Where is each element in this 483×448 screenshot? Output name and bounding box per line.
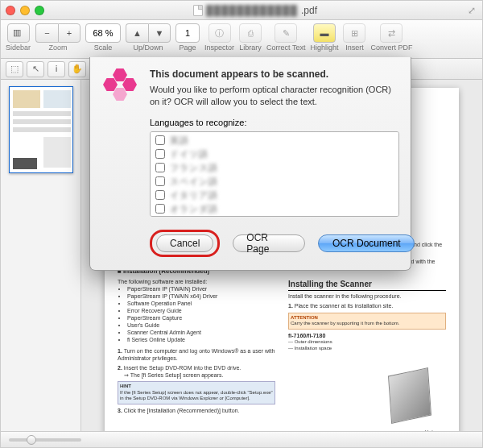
language-option[interactable]: ドイツ語 [152, 147, 397, 161]
hand-tool-button[interactable]: ✋ [68, 61, 86, 77]
language-checkbox[interactable] [155, 163, 165, 172]
window-title: ████████████.pdf [44, 5, 466, 16]
window-controls [6, 6, 44, 15]
language-checkbox[interactable] [155, 149, 165, 159]
cancel-button[interactable]: Cancel [156, 234, 213, 252]
library-label: Library [239, 44, 262, 52]
page-label: Page [180, 44, 196, 52]
convert-pdf-button[interactable]: ⇄ [380, 23, 402, 43]
language-checkbox[interactable] [155, 190, 165, 200]
step2: Insert the Setup DVD-ROM into the DVD dr… [124, 365, 242, 371]
language-checkbox[interactable] [155, 204, 165, 214]
dialog-title: This document appears to be scanned. [150, 68, 399, 80]
zoom-label: Zoom [49, 44, 68, 52]
sidebar-label: Sidebar [6, 44, 31, 52]
thumbnail-sidebar [1, 80, 81, 431]
step1: Turn on the computer and log onto Window… [118, 348, 275, 361]
correct-text-button[interactable]: ✎ [275, 23, 297, 43]
insert-button[interactable]: ⊞ [343, 23, 365, 43]
step3: Click the [Installation (Recommended)] b… [124, 408, 240, 413]
languages-label: Languages to recognize: [150, 118, 399, 127]
install-scanner-heading: Installing the Scanner [288, 279, 446, 291]
language-option[interactable]: フランス語 [152, 161, 397, 175]
zoom-in-button[interactable]: + [58, 23, 80, 43]
zoom-out-button[interactable]: − [35, 23, 58, 43]
slider-knob[interactable] [27, 435, 36, 445]
crop-tool-button[interactable]: ⬚ [6, 61, 23, 77]
correct-text-label: Correct Text [266, 44, 305, 52]
ocr-document-button[interactable]: OCR Document [318, 234, 415, 252]
language-option[interactable]: 英語 [152, 134, 397, 147]
highlight-label: Highlight [310, 44, 338, 52]
dialog-message: Would you like to perform optical charac… [150, 84, 399, 108]
fullscreen-icon[interactable]: ⤢ [466, 5, 477, 16]
titlebar: ████████████.pdf ⤢ [1, 1, 482, 20]
bottom-bar [1, 431, 482, 447]
ocr-page-button[interactable]: OCR Page [233, 234, 305, 252]
thumbnail-size-slider[interactable] [9, 438, 81, 442]
inspector-label: Inspector [204, 44, 234, 52]
sidebar-toggle-button[interactable]: ▥ [7, 23, 30, 43]
language-option[interactable]: スペイン語 [152, 175, 397, 189]
app-icon [101, 68, 140, 107]
close-window-button[interactable] [6, 6, 15, 15]
minimize-window-button[interactable] [20, 6, 30, 15]
document-icon [193, 5, 203, 16]
install-intro: The following software are installed: [118, 278, 275, 285]
page-down-button[interactable]: ▼ [148, 23, 171, 43]
highlight-button[interactable]: ▬ [313, 23, 336, 43]
page-thumbnail[interactable] [9, 86, 73, 173]
zoom-window-button[interactable] [35, 6, 44, 15]
page-field[interactable]: 1 [175, 23, 200, 43]
software-list: PaperStream IP (TWAIN) DriverPaperStream… [118, 285, 275, 344]
scale-label: Scale [94, 44, 113, 52]
cancel-highlight: Cancel [150, 230, 220, 257]
ocr-dialog: This document appears to be scanned. Wou… [89, 57, 411, 271]
language-checkbox[interactable] [155, 176, 165, 186]
inspector-button[interactable]: ⓘ [208, 23, 231, 43]
insert-label: Insert [345, 44, 364, 52]
text-select-tool-button[interactable]: Ꭵ [47, 61, 65, 77]
library-button[interactable]: ⎙ [239, 23, 262, 43]
language-option[interactable]: オランダ語 [152, 202, 397, 216]
language-option[interactable]: イタリア語 [152, 189, 397, 202]
scale-field[interactable]: 68 % [85, 23, 121, 43]
page-up-button[interactable]: ▲ [126, 23, 148, 43]
updown-label: Up/Down [134, 44, 163, 52]
convert-pdf-label: Convert PDF [370, 44, 412, 52]
main-toolbar: ▥ Sidebar − + Zoom 68 % Scale ▲ ▼ Up/Dow… [1, 20, 482, 59]
language-checkbox[interactable] [155, 135, 165, 145]
pointer-tool-button[interactable]: ↖ [27, 61, 44, 77]
languages-list[interactable]: 英語 ドイツ語 フランス語 スペイン語 イタリア語 オランダ語 [150, 131, 399, 217]
scanner-diagram: Unit: mm [288, 355, 446, 431]
